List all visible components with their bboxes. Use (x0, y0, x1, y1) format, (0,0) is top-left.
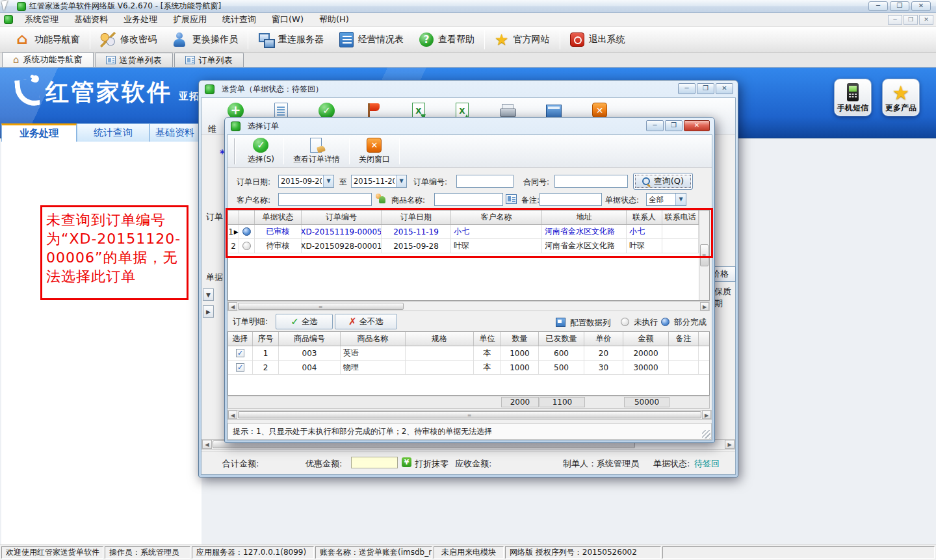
orders-vscrollbar[interactable]: ≡ (699, 210, 709, 300)
product-input[interactable] (434, 193, 503, 206)
close-button[interactable]: ✕ (684, 120, 710, 131)
discount-input[interactable] (351, 457, 398, 468)
preview-icon[interactable] (546, 105, 562, 118)
col-qty[interactable]: 数量 (501, 332, 539, 346)
col-seq[interactable]: 序号 (253, 332, 279, 346)
nav-window-button[interactable]: ⌂ 功能导航窗 (6, 30, 88, 49)
view-order-detail-button[interactable]: 查看订单详情 (285, 136, 348, 166)
switch-operator-button[interactable]: 更换操作员 (164, 30, 246, 49)
scroll-left-arrow[interactable]: ◀ (228, 302, 237, 311)
mdi-minimize-button[interactable]: ─ (888, 15, 902, 25)
col-address[interactable]: 地址 (542, 210, 627, 224)
select-button[interactable]: ✓ 选择(S) (240, 136, 282, 166)
restore-button[interactable]: ❐ (665, 120, 682, 131)
scroll-thumb[interactable]: ≡ (700, 244, 708, 266)
col-shipped[interactable]: 已发数量 (539, 332, 584, 346)
customer-input[interactable] (278, 193, 372, 206)
order-row[interactable]: 1▶ 已审核 XD-20151119-00005 2015-11-19 小七 河… (228, 225, 709, 239)
col-product-name[interactable]: 商品名称 (341, 332, 406, 346)
detail-row[interactable]: ✓ 1 003 英语 本 1000 600 20 20000 (228, 346, 709, 361)
col-product-code[interactable]: 商品编号 (279, 332, 341, 346)
contract-input[interactable] (554, 175, 628, 188)
change-password-button[interactable]: 修改密码 (92, 30, 164, 49)
mdi-restore-button[interactable]: ❐ (904, 15, 918, 25)
row-marker-button[interactable]: ▶ (203, 305, 214, 318)
date-to-combo[interactable]: 2015-11-20 ▼ (351, 175, 407, 188)
resize-grip[interactable] (702, 430, 710, 439)
reconnect-server-button[interactable]: 重连服务器 (250, 30, 332, 49)
tab-base-data[interactable]: 基础资料 (150, 123, 200, 142)
checkbox-checked[interactable]: ✓ (236, 349, 244, 357)
col-phone[interactable]: 联系电话 (662, 210, 699, 224)
close-button[interactable]: ✕ (716, 83, 733, 94)
order-row[interactable]: 2 待审核 XD-20150928-00001 2015-09-28 叶琛 河南… (228, 239, 709, 253)
minimize-button[interactable]: ─ (868, 1, 888, 11)
configure-columns-button[interactable]: 配置数据列 (556, 316, 610, 329)
tab-business-process[interactable]: 业务处理 (1, 123, 77, 142)
remark-input[interactable] (540, 193, 602, 206)
mdi-close-button[interactable]: ✕ (919, 15, 933, 25)
scroll-thumb[interactable]: ≡ (238, 303, 404, 310)
col-unit[interactable]: 单位 (474, 332, 501, 346)
tab-order-list[interactable]: 订单列表 (174, 53, 244, 67)
tab-delivery-list[interactable]: 送货单列表 (95, 53, 173, 67)
mdi-child-controls: ─ ❐ ✕ (888, 15, 933, 25)
detail-hscrollbar[interactable]: ◀ ▶ ≡ (228, 410, 712, 420)
chevron-down-icon[interactable]: ▼ (323, 175, 333, 187)
business-report-button[interactable]: 经营情况表 (332, 30, 411, 49)
scroll-right-arrow[interactable]: ▶ (700, 302, 709, 311)
dropdown-button[interactable]: ▼ (203, 288, 214, 301)
more-products-button[interactable]: ★ 更多产品 (882, 79, 920, 116)
col-spec[interactable]: 规格 (406, 332, 474, 346)
scroll-left-arrow[interactable]: ◀ (202, 440, 212, 449)
view-help-button[interactable]: ? 查看帮助 (411, 31, 482, 49)
close-icon[interactable]: ✕ (592, 103, 607, 118)
customer-picker-icon[interactable] (375, 193, 386, 204)
menu-system[interactable]: 系统管理 (17, 12, 66, 27)
select-all-button[interactable]: ✓ 全选 (276, 314, 333, 329)
close-button[interactable]: ✕ (911, 1, 931, 11)
query-button[interactable]: 查询(Q) (633, 173, 693, 190)
col-select[interactable]: 选择 (228, 332, 253, 346)
checkbox-checked[interactable]: ✓ (236, 363, 244, 372)
rebate-label[interactable]: 打折抹零 (415, 458, 448, 470)
menu-business[interactable]: 业务处理 (116, 12, 165, 27)
restore-button[interactable]: ❐ (890, 1, 909, 11)
status-combo[interactable]: 全部 ▼ (646, 193, 686, 206)
orders-hscrollbar[interactable]: ◀ ▶ ≡ (228, 301, 710, 311)
close-window-button[interactable]: ✕ 关闭窗口 (351, 136, 398, 166)
col-status[interactable]: 单据状态 (255, 210, 302, 224)
tab-nav-window[interactable]: ⌂ 系统功能导航窗 (2, 52, 94, 67)
scroll-left-arrow[interactable]: ◀ (228, 411, 237, 419)
scroll-right-arrow[interactable]: ▶ (702, 411, 711, 419)
col-remark[interactable]: 备注 (669, 332, 699, 346)
col-contact[interactable]: 联系人 (627, 210, 662, 224)
official-site-button[interactable]: ★ 官方网站 (487, 31, 558, 49)
restore-button[interactable]: ❐ (697, 83, 714, 94)
chevron-down-icon[interactable]: ▼ (675, 194, 686, 205)
menu-stats[interactable]: 统计查询 (214, 12, 264, 27)
minimize-button[interactable]: ─ (678, 83, 696, 94)
col-price[interactable]: 单价 (584, 332, 623, 346)
exit-system-button[interactable]: 退出系统 (562, 31, 633, 49)
menu-basedata[interactable]: 基础资料 (66, 12, 116, 27)
col-customer[interactable]: 客户名称 (451, 210, 542, 224)
scroll-thumb[interactable]: ≡ (238, 411, 701, 418)
col-amount[interactable]: 金额 (623, 332, 669, 346)
detail-row[interactable]: ✓ 2 004 物理 本 1000 500 30 30000 (228, 361, 709, 375)
filter-panel: 订单日期: 2015-09-20 ▼ 至 2015-11-20 ▼ 订单编号: … (228, 168, 712, 209)
col-order-date[interactable]: 订单日期 (382, 210, 451, 224)
col-order-no[interactable]: 订单编号 (302, 210, 382, 224)
menu-extend[interactable]: 扩展应用 (165, 12, 214, 27)
scroll-right-arrow[interactable]: ▶ (725, 440, 734, 449)
chevron-down-icon[interactable]: ▼ (396, 175, 406, 187)
select-none-button[interactable]: ✗ 全不选 (335, 314, 397, 329)
date-from-combo[interactable]: 2015-09-20 ▼ (278, 175, 334, 188)
tab-statistics-query[interactable]: 统计查询 (77, 123, 150, 142)
menu-window[interactable]: 窗口(W) (264, 12, 311, 27)
menu-help[interactable]: 帮助(H) (311, 12, 357, 27)
product-picker-icon[interactable] (506, 194, 517, 204)
sms-button[interactable]: 手机短信 (834, 79, 872, 116)
order-no-input[interactable] (456, 175, 514, 188)
minimize-button[interactable]: ─ (646, 120, 664, 131)
